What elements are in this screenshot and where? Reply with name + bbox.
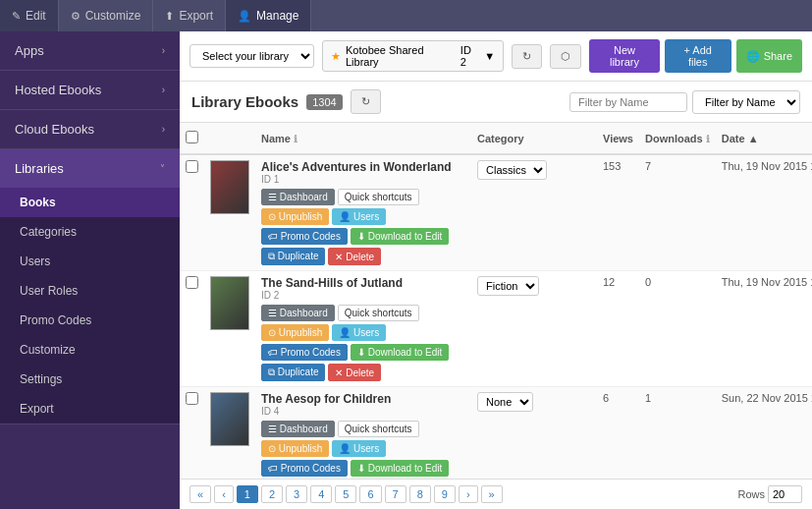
sidebar-item-libraries[interactable]: Libraries ˅ bbox=[0, 149, 180, 188]
action-promocodes-button[interactable]: 🏷 Promo Codes bbox=[261, 460, 348, 477]
book-cover bbox=[210, 160, 249, 214]
th-name[interactable]: Name ℹ bbox=[255, 123, 471, 154]
action-users-button[interactable]: 👤 Users bbox=[332, 208, 386, 225]
page-9-button[interactable]: 9 bbox=[434, 485, 456, 503]
sidebar-item-users[interactable]: Users bbox=[0, 247, 180, 276]
book-action-buttons: ☰ DashboardQuick shortcuts⊙ Unpublish👤 U… bbox=[261, 189, 465, 265]
action-duplicate-button[interactable]: ⧉ Duplicate bbox=[261, 364, 325, 381]
row-checkbox[interactable] bbox=[186, 276, 198, 289]
th-category[interactable]: Category bbox=[471, 123, 597, 154]
sidebar-cloud-label: Cloud Ebooks bbox=[15, 122, 94, 137]
book-date-cell: Thu, 19 Nov 2015 15:44:23 GMT bbox=[716, 154, 812, 271]
new-library-button[interactable]: New library bbox=[589, 39, 660, 73]
page-last-button[interactable]: » bbox=[481, 485, 503, 503]
nav-edit-label: Edit bbox=[26, 9, 46, 23]
row-checkbox[interactable] bbox=[186, 160, 198, 173]
page-5-button[interactable]: 5 bbox=[335, 485, 356, 503]
page-4-button[interactable]: 4 bbox=[310, 485, 332, 503]
add-files-button[interactable]: + Add files bbox=[665, 39, 731, 73]
library-refresh-button[interactable]: ↻ bbox=[351, 89, 381, 114]
action-dashboard-button[interactable]: ☰ Dashboard bbox=[261, 421, 335, 437]
chevron-right-icon-2: › bbox=[162, 85, 165, 95]
library-select[interactable]: Select your library bbox=[189, 44, 314, 68]
edit-icon: ✎ bbox=[12, 10, 21, 23]
sidebar-item-hosted-ebooks[interactable]: Hosted Ebooks › bbox=[0, 71, 180, 109]
library-title: Library Ebooks bbox=[191, 93, 298, 110]
page-prev-button[interactable]: ‹ bbox=[214, 485, 234, 503]
book-id: ID 2 bbox=[261, 290, 465, 301]
action-unpublish-button[interactable]: ⊙ Unpublish bbox=[261, 324, 329, 341]
book-name-cell: The Sand-Hills of JutlandID 2☰ Dashboard… bbox=[255, 271, 471, 387]
category-select[interactable]: None bbox=[477, 392, 533, 412]
top-navigation: ✎ Edit ⚙ Customize ⬆ Export 👤 Manage bbox=[0, 0, 812, 31]
sidebar-item-apps[interactable]: Apps › bbox=[0, 31, 180, 70]
row-checkbox-cell bbox=[180, 387, 204, 480]
sidebar-section-cloud: Cloud Ebooks › bbox=[0, 110, 180, 149]
action-delete-button[interactable]: ✕ Delete bbox=[328, 364, 381, 381]
action-duplicate-button[interactable]: ⧉ Duplicate bbox=[261, 248, 325, 265]
th-date[interactable]: Date ▲ bbox=[716, 123, 812, 154]
book-name: The Aesop for Children bbox=[261, 392, 465, 406]
action-users-button[interactable]: 👤 Users bbox=[332, 324, 386, 341]
sidebar-item-customize[interactable]: Customize bbox=[0, 335, 180, 365]
row-checkbox[interactable] bbox=[186, 392, 198, 405]
action-quickshortcuts-button[interactable]: Quick shortcuts bbox=[338, 305, 419, 321]
page-2-button[interactable]: 2 bbox=[261, 485, 283, 503]
page-6-button[interactable]: 6 bbox=[359, 485, 381, 503]
page-1-button[interactable]: 1 bbox=[237, 485, 258, 503]
page-7-button[interactable]: 7 bbox=[385, 485, 406, 503]
action-downloadtoedit-button[interactable]: ⬇ Download to Edit bbox=[351, 460, 449, 477]
share-button[interactable]: 🌐 Share bbox=[736, 39, 802, 73]
refresh-button[interactable]: ↻ bbox=[512, 44, 542, 69]
sidebar-item-settings[interactable]: Settings bbox=[0, 365, 180, 394]
sidebar-item-promo-codes[interactable]: Promo Codes bbox=[0, 306, 180, 335]
page-8-button[interactable]: 8 bbox=[409, 485, 431, 503]
filter-by-select[interactable]: Filter by Name bbox=[692, 90, 800, 114]
nav-manage[interactable]: 👤 Manage bbox=[226, 0, 311, 31]
sidebar-item-user-roles[interactable]: User Roles bbox=[0, 276, 180, 306]
sidebar-section-apps: Apps › bbox=[0, 31, 180, 71]
action-delete-button[interactable]: ✕ Delete bbox=[328, 248, 381, 265]
category-select[interactable]: Classics bbox=[477, 160, 547, 180]
external-link-button[interactable]: ⬡ bbox=[550, 44, 581, 69]
category-select[interactable]: Fiction bbox=[477, 276, 539, 296]
page-first-button[interactable]: « bbox=[189, 485, 211, 503]
select-all-checkbox[interactable] bbox=[186, 131, 198, 143]
book-id: ID 1 bbox=[261, 174, 465, 185]
customize-icon: ⚙ bbox=[71, 10, 81, 23]
sidebar-item-books[interactable]: Books bbox=[0, 188, 180, 217]
action-downloadtoedit-button[interactable]: ⬇ Download to Edit bbox=[351, 344, 449, 361]
page-next-button[interactable]: › bbox=[459, 485, 478, 503]
sidebar-item-cloud-ebooks[interactable]: Cloud Ebooks › bbox=[0, 110, 180, 148]
book-views-cell: 153 bbox=[597, 154, 639, 271]
book-category-cell: Classics bbox=[471, 154, 597, 271]
action-dashboard-button[interactable]: ☰ Dashboard bbox=[261, 189, 335, 205]
nav-export[interactable]: ⬆ Export bbox=[153, 0, 226, 31]
sidebar-submenu: Books Categories Users User Roles Promo … bbox=[0, 188, 180, 424]
dropdown-icon: ▼ bbox=[484, 50, 495, 62]
action-downloadtoedit-button[interactable]: ⬇ Download to Edit bbox=[351, 228, 449, 245]
nav-customize[interactable]: ⚙ Customize bbox=[59, 0, 154, 31]
sidebar-hosted-label: Hosted Ebooks bbox=[15, 83, 101, 97]
action-users-button[interactable]: 👤 Users bbox=[332, 440, 386, 457]
sidebar-item-export[interactable]: Export bbox=[0, 394, 180, 424]
nav-edit[interactable]: ✎ Edit bbox=[0, 0, 59, 31]
book-action-buttons: ☰ DashboardQuick shortcuts⊙ Unpublish👤 U… bbox=[261, 421, 465, 479]
book-name: The Sand-Hills of Jutland bbox=[261, 276, 465, 290]
action-promocodes-button[interactable]: 🏷 Promo Codes bbox=[261, 344, 348, 361]
action-quickshortcuts-button[interactable]: Quick shortcuts bbox=[338, 421, 419, 437]
action-unpublish-button[interactable]: ⊙ Unpublish bbox=[261, 208, 329, 225]
action-quickshortcuts-button[interactable]: Quick shortcuts bbox=[338, 189, 419, 205]
sidebar-item-categories[interactable]: Categories bbox=[0, 217, 180, 247]
book-cover-cell bbox=[204, 154, 255, 271]
page-3-button[interactable]: 3 bbox=[286, 485, 307, 503]
action-unpublish-button[interactable]: ⊙ Unpublish bbox=[261, 440, 329, 457]
book-cover-cell bbox=[204, 271, 255, 387]
sidebar-section-hosted: Hosted Ebooks › bbox=[0, 71, 180, 110]
th-views[interactable]: Views bbox=[597, 123, 639, 154]
filter-input[interactable] bbox=[569, 92, 687, 112]
action-promocodes-button[interactable]: 🏷 Promo Codes bbox=[261, 228, 348, 245]
rows-input[interactable] bbox=[768, 485, 802, 503]
action-dashboard-button[interactable]: ☰ Dashboard bbox=[261, 305, 335, 321]
th-downloads[interactable]: Downloads ℹ bbox=[639, 123, 716, 154]
